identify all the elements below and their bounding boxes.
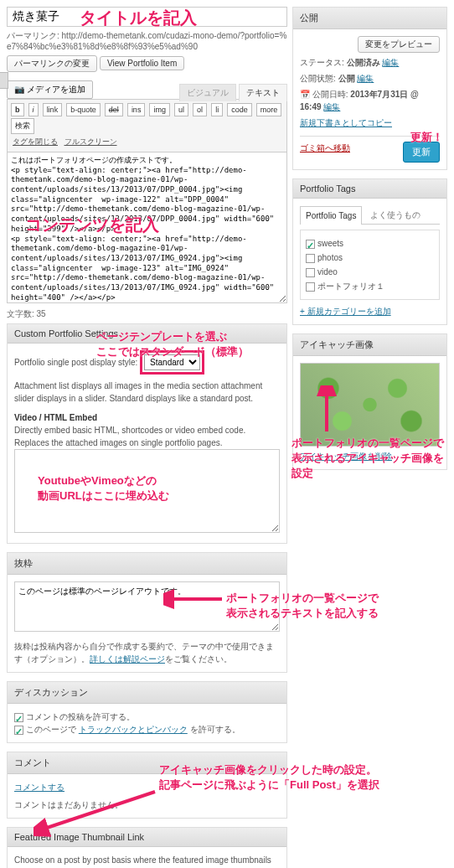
tag-tab-used[interactable]: よく使うもの bbox=[364, 205, 426, 224]
tb-li[interactable]: li bbox=[211, 103, 223, 116]
comments-panel: コメント コメントする コメントはまだありません。 bbox=[7, 752, 287, 819]
display-style-select[interactable]: Standard bbox=[144, 354, 200, 370]
tb-del[interactable]: del bbox=[105, 103, 123, 116]
tb-code[interactable]: code bbox=[227, 103, 252, 116]
tb-ins[interactable]: ins bbox=[127, 103, 146, 116]
tb-more[interactable]: more bbox=[256, 103, 282, 116]
tb-search[interactable]: 検索 bbox=[11, 118, 34, 134]
excerpt-panel: 抜粋 このページは標準のページレイアウトです。 抜粋は投稿内容から自分で作成する… bbox=[7, 552, 287, 673]
tb-italic[interactable]: i bbox=[28, 103, 39, 116]
tag-item[interactable]: sweets bbox=[306, 237, 434, 250]
tb-bold[interactable]: b bbox=[11, 103, 24, 116]
edit-status-link[interactable]: 編集 bbox=[382, 58, 399, 67]
excerpt-textarea[interactable]: このページは標準のページレイアウトです。 bbox=[14, 581, 280, 632]
tag-checkbox[interactable] bbox=[306, 282, 315, 292]
tb-bquote[interactable]: b-quote bbox=[66, 103, 101, 116]
add-comment-link[interactable]: コメントする bbox=[14, 783, 64, 792]
allow-comments-checkbox[interactable] bbox=[14, 713, 23, 722]
embed-heading: Video / HTML Embed bbox=[14, 411, 280, 424]
tag-checkbox[interactable] bbox=[306, 254, 315, 263]
edit-date-link[interactable]: 編集 bbox=[323, 102, 340, 111]
panel-header: Custom Portfolio Settings bbox=[8, 324, 286, 344]
tb-fullscreen[interactable]: フルスクリーン bbox=[64, 137, 117, 146]
remove-featured-link[interactable]: アイキャッチ画像を削除 bbox=[300, 452, 392, 461]
preview-button[interactable]: 変更をプレビュー bbox=[358, 36, 440, 53]
collapse-handle[interactable] bbox=[0, 72, 8, 89]
tb-close-tags[interactable]: タグを閉じる bbox=[13, 137, 58, 146]
tb-ol[interactable]: ol bbox=[193, 103, 207, 116]
excerpt-help-link[interactable]: 詳しくは解説ページ bbox=[90, 654, 165, 664]
tb-img[interactable]: img bbox=[149, 103, 170, 116]
featured-thumb-link-panel: Featured Image Thumbnail Link Choose on … bbox=[7, 827, 287, 868]
edit-permalink-button[interactable]: パーマリンクの変更 bbox=[7, 55, 97, 72]
tb-link[interactable]: link bbox=[43, 103, 63, 116]
copy-draft-link[interactable]: 新規下書きとしてコピー bbox=[300, 118, 392, 127]
trash-link[interactable]: ゴミ箱へ移動 bbox=[300, 143, 350, 152]
tab-visual[interactable]: ビジュアル bbox=[179, 84, 236, 101]
portfolio-tags-panel: Portfolio Tags Portfolio Tags よく使うもの swe… bbox=[292, 178, 447, 325]
word-count: 文字数: 35 bbox=[7, 305, 287, 323]
tag-tab-all[interactable]: Portfolio Tags bbox=[300, 206, 362, 225]
edit-visibility-link[interactable]: 編集 bbox=[357, 74, 374, 83]
embed-desc: Directly embed basic HTML, shortcodes or… bbox=[14, 424, 280, 449]
discussion-panel: ディスカッション コメントの投稿を許可する。 このページで トラックバックとピン… bbox=[7, 681, 287, 743]
tag-item[interactable]: video bbox=[306, 266, 434, 278]
view-item-button[interactable]: View Portfolio Item bbox=[100, 56, 184, 70]
add-category-link[interactable]: + 新規カテゴリーを追加 bbox=[300, 307, 391, 316]
update-button[interactable]: 更新 bbox=[403, 142, 440, 163]
tag-checkbox[interactable] bbox=[306, 268, 315, 277]
featured-image-panel: アイキャッチ画像 アイキャッチ画像を削除 bbox=[292, 333, 447, 470]
tag-checkbox[interactable] bbox=[306, 240, 315, 249]
permalink: パーマリンク: http://demo-themetank.com/cudazi… bbox=[7, 30, 287, 52]
post-title-input[interactable] bbox=[7, 7, 287, 27]
display-style-label: Portfolio single post display style: bbox=[14, 358, 137, 367]
content-editor[interactable]: これはポートフォリオページの作成テストです。 <p style="text-al… bbox=[7, 152, 287, 303]
custom-portfolio-panel: Custom Portfolio Settings Portfolio sing… bbox=[7, 323, 287, 544]
embed-textarea[interactable] bbox=[14, 449, 280, 533]
editor-toolbar: b i link b-quote del ins img ul ol li co… bbox=[7, 99, 287, 152]
display-style-desc: Attachment list displays all images in t… bbox=[14, 380, 280, 405]
pingback-link[interactable]: トラックバックとピンバック bbox=[79, 725, 188, 734]
tag-item[interactable]: ポートフォリオ１ bbox=[306, 280, 434, 292]
no-comments-text: コメントはまだありません。 bbox=[14, 798, 280, 811]
add-media-button[interactable]: 📷 メディアを追加 bbox=[7, 80, 93, 99]
featured-image-thumb[interactable] bbox=[300, 363, 440, 447]
tab-text[interactable]: テキスト bbox=[239, 84, 287, 101]
publish-panel: 公開 変更をプレビュー ステータス: 公開済み 編集 公開状態: 公開 編集 📅… bbox=[292, 7, 447, 170]
tag-item[interactable]: photos bbox=[306, 251, 434, 264]
allow-pingback-checkbox[interactable] bbox=[14, 726, 23, 735]
tb-ul[interactable]: ul bbox=[174, 103, 188, 116]
